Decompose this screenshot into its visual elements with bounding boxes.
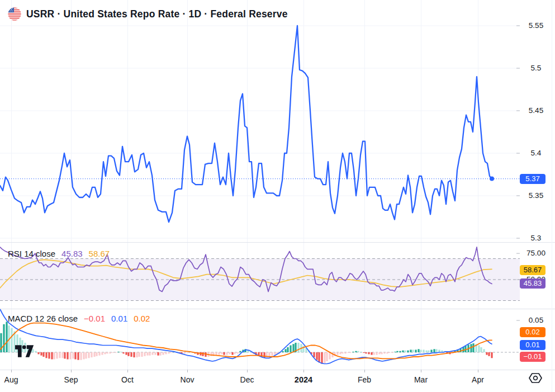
macd-histogram-bar [391, 352, 393, 353]
macd-histogram-bar [221, 352, 222, 354]
macd-histogram-bar [42, 352, 44, 357]
macd-histogram-bar [48, 352, 50, 358]
macd-histogram-bar [428, 351, 429, 352]
time-axis-label: Oct [121, 375, 134, 384]
macd-histogram-bar [316, 352, 317, 360]
macd-histogram-bar [40, 352, 42, 356]
macd-histogram-bar [394, 352, 396, 352]
macd-histogram-bar [368, 352, 369, 354]
macd-histogram-bar [418, 349, 419, 352]
macd-histogram-bar [130, 352, 132, 357]
macd-histogram-bar [67, 352, 68, 360]
macd-histogram-bar [410, 350, 411, 352]
macd-histogram-bar [77, 352, 79, 360]
price-line [0, 26, 492, 222]
ohlc-eye-icon[interactable] [528, 371, 544, 388]
macd-histogram-bar [122, 352, 124, 353]
macd-histogram-bar [69, 352, 71, 360]
macd-histogram-bar [125, 352, 127, 355]
macd-histogram-bar [435, 349, 437, 352]
macd-histogram-bar [141, 352, 143, 357]
macd-histogram-bar [284, 349, 286, 352]
macd-histogram-bar [165, 352, 167, 354]
macd-histogram-bar [376, 352, 377, 355]
macd-histogram-bar [80, 352, 82, 360]
price-axis-label: 5.5 [531, 64, 542, 72]
macd-histogram-bar [347, 352, 349, 353]
macd-histogram-bar [101, 352, 103, 355]
macd-histogram-bar [154, 352, 156, 355]
macd-legend[interactable]: MACD 12 26 close −0.01 0.01 0.02 [8, 314, 150, 323]
macd-histogram-bar [287, 347, 288, 352]
macd-histogram-bar [170, 352, 172, 353]
macd-histogram-bar [104, 352, 106, 354]
time-axis-label: 2024 [295, 375, 312, 384]
macd-histogram-bar [491, 352, 492, 358]
macd-histogram-bar [407, 351, 409, 352]
macd-histogram-bar [480, 347, 482, 352]
macd-line-badge: 0.01 [520, 340, 545, 350]
macd-histogram-bar [297, 343, 299, 352]
macd-histogram-bar [425, 351, 427, 352]
macd-histogram-bar [423, 350, 424, 352]
macd-histogram-bar [290, 346, 291, 353]
macd-histogram-bar [157, 352, 159, 356]
macd-histogram-bar [91, 352, 92, 357]
macd-histogram-bar [112, 352, 113, 353]
macd-histogram-bar [223, 352, 225, 355]
macd-histogram-bar [183, 352, 185, 353]
macd-histogram-bar [159, 352, 161, 356]
macd-histogram-bar [381, 352, 382, 354]
macd-histogram-bar [344, 352, 346, 353]
macd-histogram-bar [96, 352, 97, 356]
rsi-axis-label: 75.00 [526, 249, 545, 257]
macd-histogram-bar [321, 352, 322, 364]
macd-histogram-bar [59, 352, 60, 358]
rsi-value-badge: 45.83 [520, 278, 545, 289]
macd-histogram-bar [363, 352, 364, 353]
macd-histogram-bar [318, 352, 320, 362]
macd-histogram-bar [6, 322, 7, 352]
macd-histogram-bar [93, 352, 95, 357]
macd-histogram-bar [120, 352, 121, 352]
macd-signal-legend-value: 0.02 [134, 314, 150, 323]
time-axis-label: Sep [64, 375, 78, 384]
macd-histogram-bar [386, 352, 388, 353]
rsi-legend[interactable]: RSI 14 close 45.83 58.67 [8, 249, 110, 258]
macd-histogram-bar [202, 352, 203, 356]
macd-histogram-bar [133, 352, 135, 357]
chart-canvas[interactable] [0, 0, 555, 392]
time-axis-label: Mar [414, 375, 428, 384]
chart-window: USRR · United States Repo Rate · 1D · Fe… [0, 0, 555, 392]
macd-histogram-bar [352, 352, 354, 352]
macd-histogram-bar [329, 352, 330, 360]
last-price-dot [490, 177, 494, 181]
macd-axis-label: 0.05 [529, 316, 543, 324]
macd-histogram-bar [162, 352, 164, 355]
macd-histogram-bar [136, 352, 137, 357]
macd-histogram-bar [72, 352, 74, 358]
price-axis-label: 5.45 [529, 106, 543, 115]
symbol-title[interactable]: USRR · United States Repo Rate · 1D · Fe… [26, 8, 288, 20]
macd-histogram-bar [218, 352, 220, 355]
macd-histogram-bar [371, 352, 372, 355]
macd-histogram-bar [326, 352, 328, 361]
macd-histogram-bar [151, 352, 153, 355]
macd-histogram-bar [229, 352, 230, 354]
macd-histogram-bar [336, 352, 338, 355]
macd-histogram-bar [339, 352, 341, 354]
macd-histogram-bar [486, 352, 487, 355]
tradingview-logo[interactable] [15, 345, 34, 360]
macd-histogram-bar [37, 352, 39, 354]
macd-histogram-bar [138, 352, 140, 357]
macd-histogram-bar [106, 352, 108, 353]
macd-histogram-bar [478, 346, 480, 353]
macd-histogram-bar [388, 352, 390, 353]
macd-histogram-bar [357, 351, 359, 352]
macd-histogram-bar [433, 349, 435, 352]
macd-histogram-bar [415, 350, 416, 352]
symbol-header[interactable]: USRR · United States Repo Rate · 1D · Fe… [8, 7, 288, 21]
us-flag-icon [8, 7, 21, 21]
macd-histogram-bar [271, 352, 273, 356]
macd-histogram-bar [231, 352, 233, 355]
